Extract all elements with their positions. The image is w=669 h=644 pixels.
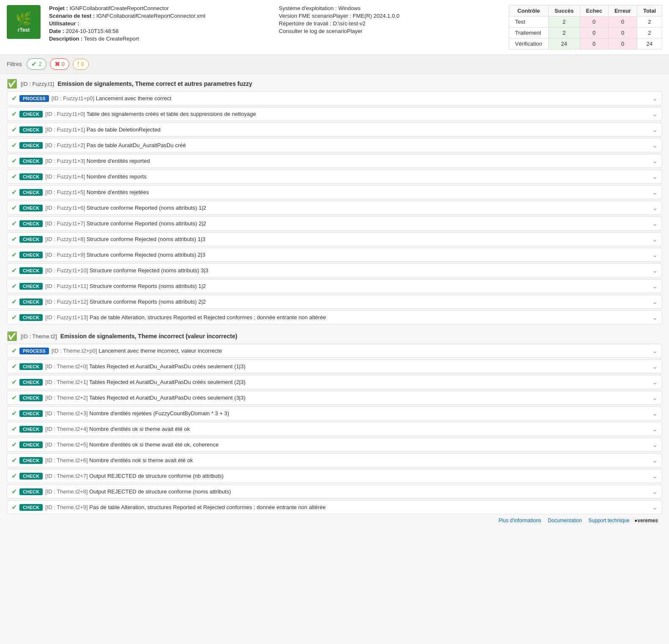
test-item[interactable]: ✔ CHECK [ID : Theme.t2+5] Nombre d'entit… xyxy=(7,438,662,452)
test-item[interactable]: ✔ CHECK [ID : Theme.t2+4] Nombre d'entit… xyxy=(7,422,662,436)
check-icon: ✔ xyxy=(11,472,17,480)
more-info-link[interactable]: Plus d'informations xyxy=(499,518,541,523)
test-item[interactable]: ✔ CHECK [ID : Fuzzy.t1+12] Structure con… xyxy=(7,295,662,309)
chevron-down-icon[interactable]: ⌄ xyxy=(652,126,658,134)
item-text: [ID : Theme.t2+p0] Lancement avec theme … xyxy=(52,348,650,354)
chevron-down-icon[interactable]: ⌄ xyxy=(652,362,658,370)
chevron-down-icon[interactable]: ⌄ xyxy=(652,282,658,290)
filter-erreur-count: 0 xyxy=(81,61,84,67)
test-item[interactable]: ✔ CHECK [ID : Fuzzy.t1+7] Structure conf… xyxy=(7,216,662,230)
chevron-down-icon[interactable]: ⌄ xyxy=(652,141,658,149)
filter-success[interactable]: ✔ 2 xyxy=(27,58,46,70)
item-id: [ID : Fuzzy.t1+10] xyxy=(45,267,90,274)
test-item[interactable]: ✔ CHECK [ID : Fuzzy.t1+0] Table des sign… xyxy=(7,107,662,121)
stats-label: Traitement xyxy=(509,27,548,38)
filter-erreur[interactable]: ! 0 xyxy=(73,59,89,70)
log-link[interactable]: Consulter le log de scenarioPlayer xyxy=(279,28,363,34)
check-icon: ✔ xyxy=(11,266,17,274)
check-icon: ✔ xyxy=(11,188,17,196)
check-icon: ✔ xyxy=(11,362,17,370)
check-icon: ✔ xyxy=(11,157,17,165)
project-row: Projet : IGNFCollaboratifCreateReportCon… xyxy=(49,5,270,11)
test-item[interactable]: ✔ CHECK [ID : Fuzzy.t1+6] Structure conf… xyxy=(7,201,662,215)
test-item[interactable]: ✔ PROCESS [ID : Theme.t2+p0] Lancement a… xyxy=(7,344,662,358)
chevron-down-icon[interactable]: ⌄ xyxy=(652,219,658,227)
test-item[interactable]: ✔ CHECK [ID : Theme.t2+3] Nombre d'entit… xyxy=(7,406,662,420)
item-text: [ID : Theme.t2+2] Tables Rejected et Aur… xyxy=(45,395,650,401)
stats-row: Test 2 0 0 2 xyxy=(509,16,662,27)
project-label: Projet : xyxy=(49,5,68,11)
chevron-down-icon[interactable]: ⌄ xyxy=(652,251,658,259)
item-id: [ID : Theme.t2+3] xyxy=(45,410,89,417)
item-badge: CHECK xyxy=(19,379,43,386)
chevron-down-icon[interactable]: ⌄ xyxy=(652,188,658,196)
footer-links: Plus d'informations Documentation Suppor… xyxy=(7,516,662,525)
chevron-down-icon[interactable]: ⌄ xyxy=(652,173,658,181)
chevron-down-icon[interactable]: ⌄ xyxy=(652,425,658,433)
chevron-down-icon[interactable]: ⌄ xyxy=(652,378,658,386)
chevron-down-icon[interactable]: ⌄ xyxy=(652,472,658,480)
test-item[interactable]: ✔ CHECK [ID : Theme.t2+0] Tables Rejecte… xyxy=(7,359,662,373)
test-item[interactable]: ✔ CHECK [ID : Theme.t2+8] Output REJECTE… xyxy=(7,485,662,499)
stats-erreur: 0 xyxy=(608,38,637,49)
chevron-down-icon[interactable]: ⌄ xyxy=(652,456,658,464)
support-link[interactable]: Support technique xyxy=(588,518,629,523)
check-icon: ✔ xyxy=(11,204,17,212)
filter-echec[interactable]: ✖ 0 xyxy=(50,58,69,70)
item-text: [ID : Theme.t2+1] Tables Rejected et Aur… xyxy=(45,379,650,385)
test-item[interactable]: ✔ CHECK [ID : Theme.t2+9] Pas de table A… xyxy=(7,500,662,514)
chevron-down-icon[interactable]: ⌄ xyxy=(652,298,658,306)
col-erreur: Erreur xyxy=(608,5,637,16)
check-icon: ✔ xyxy=(11,94,17,102)
test-item[interactable]: ✔ CHECK [ID : Fuzzy.t1+4] Nombre d'entit… xyxy=(7,170,662,184)
header-project-info: Projet : IGNFCollaboratifCreateReportCon… xyxy=(49,5,270,43)
chevron-down-icon[interactable]: ⌄ xyxy=(652,313,658,321)
chevron-down-icon[interactable]: ⌄ xyxy=(652,235,658,243)
test-item[interactable]: ✔ CHECK [ID : Fuzzy.t1+11] Structure con… xyxy=(7,279,662,293)
stats-row: Vérification 24 0 0 24 xyxy=(509,38,662,49)
test-item[interactable]: ✔ CHECK [ID : Fuzzy.t1+5] Nombre d'entit… xyxy=(7,185,662,199)
item-text: [ID : Theme.t2+3] Nombre d'entités rejet… xyxy=(45,410,650,417)
chevron-down-icon[interactable]: ⌄ xyxy=(652,204,658,212)
test-item[interactable]: ✔ CHECK [ID : Theme.t2+6] Nombre d'entit… xyxy=(7,453,662,467)
groups-container: ✅ [ID : Fuzzy.t1] Emission de signalemen… xyxy=(7,79,662,525)
documentation-link[interactable]: Documentation xyxy=(548,518,582,523)
test-item[interactable]: ✔ CHECK [ID : Theme.t2+1] Tables Rejecte… xyxy=(7,375,662,389)
item-badge: PROCESS xyxy=(19,95,49,102)
item-badge: CHECK xyxy=(19,236,43,243)
logo-icon: 🌿 xyxy=(15,11,32,27)
item-badge: CHECK xyxy=(19,267,43,274)
item-badge: CHECK xyxy=(19,314,43,321)
item-id: [ID : Fuzzy.t1+7] xyxy=(45,220,87,227)
test-item[interactable]: ✔ CHECK [ID : Fuzzy.t1+2] Pas de table A… xyxy=(7,138,662,152)
test-item[interactable]: ✔ CHECK [ID : Fuzzy.t1+8] Structure conf… xyxy=(7,232,662,246)
group-id: [ID : Theme.t2] xyxy=(21,333,57,340)
log-row[interactable]: Consulter le log de scenarioPlayer xyxy=(279,28,500,34)
chevron-down-icon[interactable]: ⌄ xyxy=(652,503,658,511)
test-item[interactable]: ✔ CHECK [ID : Fuzzy.t1+10] Structure con… xyxy=(7,263,662,277)
chevron-down-icon[interactable]: ⌄ xyxy=(652,409,658,417)
check-icon: ✔ xyxy=(11,313,17,321)
test-item[interactable]: ✔ CHECK [ID : Fuzzy.t1+9] Structure conf… xyxy=(7,248,662,262)
chevron-down-icon[interactable]: ⌄ xyxy=(652,266,658,274)
item-text: [ID : Fuzzy.t1+p0] Lancement avec theme … xyxy=(52,95,650,101)
test-item[interactable]: ✔ CHECK [ID : Fuzzy.t1+13] Pas de table … xyxy=(7,310,662,324)
test-item[interactable]: ✔ PROCESS [ID : Fuzzy.t1+p0] Lancement a… xyxy=(7,91,662,105)
chevron-down-icon[interactable]: ⌄ xyxy=(652,347,658,355)
item-id: [ID : Fuzzy.t1+12] xyxy=(45,299,90,305)
test-item[interactable]: ✔ CHECK [ID : Theme.t2+7] Output REJECTE… xyxy=(7,469,662,483)
chevron-down-icon[interactable]: ⌄ xyxy=(652,441,658,449)
test-item[interactable]: ✔ CHECK [ID : Theme.t2+2] Tables Rejecte… xyxy=(7,391,662,405)
stats-total: 2 xyxy=(637,27,662,38)
test-item[interactable]: ✔ CHECK [ID : Fuzzy.t1+3] Nombre d'entit… xyxy=(7,154,662,168)
check-icon: ✔ xyxy=(11,141,17,149)
filters-bar: Filtres ✔ 2 ✖ 0 ! 0 xyxy=(0,55,669,74)
test-item[interactable]: ✔ CHECK [ID : Fuzzy.t1+1] Pas de table D… xyxy=(7,123,662,137)
chevron-down-icon[interactable]: ⌄ xyxy=(652,110,658,118)
chevron-down-icon[interactable]: ⌄ xyxy=(652,488,658,496)
chevron-down-icon[interactable]: ⌄ xyxy=(652,94,658,102)
stats-echec: 0 xyxy=(580,38,608,49)
chevron-down-icon[interactable]: ⌄ xyxy=(652,394,658,402)
chevron-down-icon[interactable]: ⌄ xyxy=(652,157,658,165)
os-row: Système d'exploitation : Windows xyxy=(279,5,500,11)
